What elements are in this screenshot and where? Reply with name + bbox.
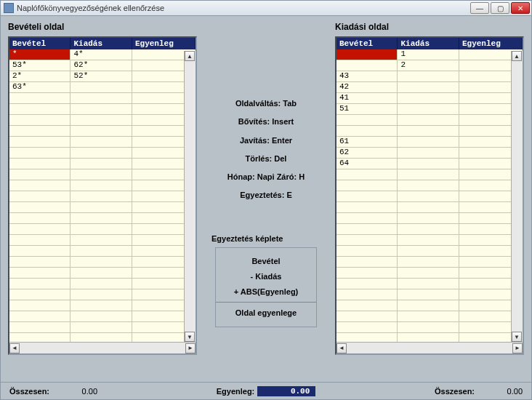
table-row[interactable]: 64 (336, 159, 523, 169)
table-row[interactable] (336, 246, 523, 257)
table-row[interactable] (9, 333, 196, 342)
hint-month-close: Hónap: Napi Záró: H (227, 168, 305, 186)
scroll-left-icon[interactable]: ◄ (9, 343, 20, 353)
table-row[interactable] (336, 279, 523, 289)
maximize-button[interactable]: ▢ (491, 2, 509, 14)
expense-grid-body[interactable]: 1243424151616264 (336, 49, 523, 342)
expense-panel-title: Kiadási oldal (335, 22, 524, 32)
hint-expand: Bővítés: Insert (227, 113, 305, 131)
table-row[interactable]: 41 (336, 93, 523, 104)
table-row[interactable] (9, 126, 196, 137)
left-sum-label: Összesen: (9, 387, 49, 396)
income-grid-header: Bevétel Kiadás Egyenleg (9, 38, 196, 49)
table-row[interactable] (9, 257, 196, 268)
table-row[interactable] (9, 93, 196, 104)
window-buttons: — ▢ ✕ (470, 2, 530, 14)
income-scrollbar-h[interactable]: ◄ ► (9, 342, 196, 353)
table-row[interactable] (9, 213, 196, 224)
table-row[interactable] (336, 268, 523, 279)
table-row[interactable]: 43 (336, 71, 523, 82)
scroll-right-icon[interactable]: ► (512, 343, 523, 353)
income-header-kiadas: Kiadás (70, 38, 132, 49)
client-area: Bevételi oldal Bevétel Kiadás Egyenleg *… (0, 16, 532, 400)
table-row[interactable]: 1 (336, 49, 523, 60)
table-row[interactable]: *4* (9, 49, 196, 60)
table-row[interactable] (9, 115, 196, 126)
app-icon (4, 3, 14, 13)
table-row[interactable] (9, 202, 196, 213)
table-row[interactable] (336, 235, 523, 246)
table-row[interactable] (336, 289, 523, 300)
table-row[interactable] (9, 148, 196, 159)
table-row[interactable] (9, 300, 196, 311)
expense-header-bevetel: Bevétel (336, 38, 398, 49)
table-row[interactable]: 61 (336, 137, 523, 148)
minimize-button[interactable]: — (470, 2, 489, 14)
table-row[interactable]: 2*52* (9, 71, 196, 82)
table-row[interactable] (9, 322, 196, 333)
window-title: Naplófőkönyvegyezőségének ellenőrzése (17, 4, 470, 12)
table-row[interactable] (336, 202, 523, 213)
balance-value: 0.00 (257, 386, 315, 396)
scroll-down-icon[interactable]: ▼ (185, 332, 195, 342)
table-row[interactable] (336, 311, 523, 322)
table-row[interactable] (336, 115, 523, 126)
table-row[interactable]: 53*62* (9, 60, 196, 71)
income-panel-title: Bevételi oldal (8, 22, 197, 32)
table-row[interactable] (336, 180, 523, 191)
expense-scrollbar-h[interactable]: ◄ ► (336, 342, 523, 353)
income-scrollbar-v[interactable]: ▲ ▼ (184, 51, 196, 342)
scroll-right-icon[interactable]: ► (185, 343, 196, 353)
expense-scrollbar-v[interactable]: ▲ ▼ (511, 51, 523, 342)
formula-line2: - Kiadás (223, 269, 309, 284)
hint-delete: Törlés: Del (227, 150, 305, 168)
table-row[interactable] (9, 137, 196, 148)
table-row[interactable] (9, 191, 196, 202)
table-row[interactable]: 62 (336, 148, 523, 159)
table-row[interactable] (336, 169, 523, 180)
scroll-down-icon[interactable]: ▼ (512, 332, 522, 342)
scroll-up-icon[interactable]: ▲ (185, 51, 195, 61)
table-row[interactable] (336, 322, 523, 333)
table-row[interactable] (9, 235, 196, 246)
shortcut-hints: Oldalváltás: Tab Bővítés: Insert Javítás… (227, 95, 305, 205)
expense-grid[interactable]: Bevétel Kiadás Egyenleg 1243424151616264… (335, 36, 524, 355)
table-row[interactable]: 2 (336, 60, 523, 71)
table-row[interactable]: 51 (336, 104, 523, 115)
table-row[interactable] (336, 300, 523, 311)
formula-divider (216, 302, 316, 303)
formula-line1: Bevétel (223, 254, 309, 269)
table-row[interactable] (9, 289, 196, 300)
table-row[interactable] (336, 333, 523, 342)
scroll-left-icon[interactable]: ◄ (336, 343, 347, 353)
table-row[interactable] (336, 191, 523, 202)
table-row[interactable] (336, 257, 523, 268)
close-button[interactable]: ✕ (511, 2, 530, 14)
table-row[interactable] (336, 126, 523, 137)
table-row[interactable]: 63* (9, 82, 196, 93)
table-row[interactable] (9, 311, 196, 322)
left-sum-value: 0.00 (54, 387, 97, 396)
income-header-bevetel: Bevétel (9, 38, 70, 49)
right-sum-value: 0.00 (479, 387, 523, 396)
table-row[interactable] (336, 213, 523, 224)
scroll-up-icon[interactable]: ▲ (512, 51, 522, 61)
table-row[interactable] (9, 224, 196, 235)
table-row[interactable]: 42 (336, 82, 523, 93)
expense-panel: Kiadási oldal Bevétel Kiadás Egyenleg 12… (335, 22, 524, 379)
expense-header-kiadas: Kiadás (398, 38, 459, 49)
table-row[interactable] (9, 169, 196, 180)
table-row[interactable] (9, 159, 196, 169)
table-row[interactable] (9, 279, 196, 289)
table-row[interactable] (9, 246, 196, 257)
table-row[interactable] (9, 268, 196, 279)
hint-page-switch: Oldalváltás: Tab (227, 95, 305, 113)
income-grid[interactable]: Bevétel Kiadás Egyenleg *4*53*62*2*52*63… (8, 36, 197, 355)
table-row[interactable] (9, 104, 196, 115)
income-header-egyenleg: Egyenleg (132, 38, 196, 49)
table-row[interactable] (336, 224, 523, 235)
formula-line4: Oldal egyenlege (223, 305, 309, 321)
income-grid-body[interactable]: *4*53*62*2*52*63* (9, 49, 196, 342)
table-row[interactable] (9, 180, 196, 191)
formula-title: Egyeztetés képlete (211, 234, 283, 243)
